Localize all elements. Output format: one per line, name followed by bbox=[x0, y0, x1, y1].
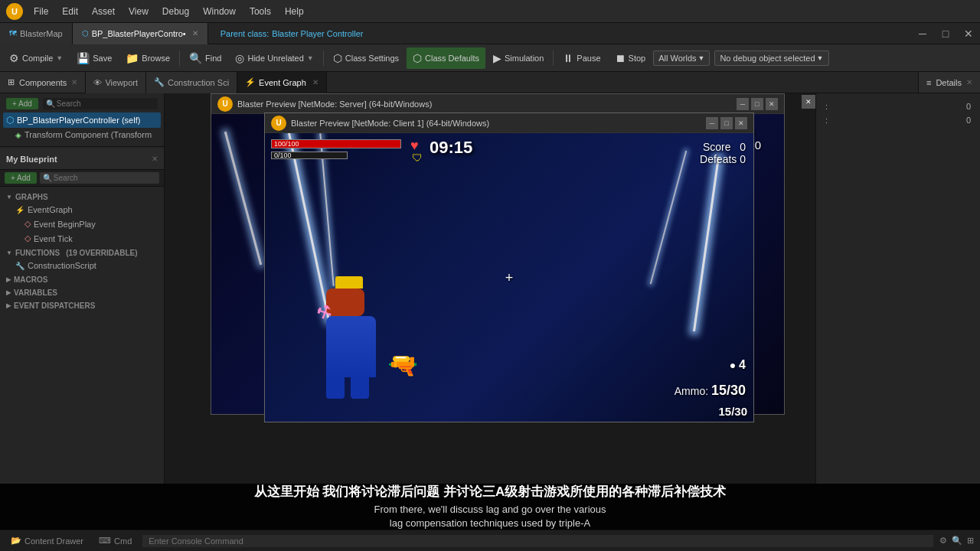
settings-icon[interactable]: ⚙ bbox=[939, 536, 947, 546]
hud-score-area: Score 0 Defeats 0 bbox=[700, 141, 746, 165]
preview-client-window[interactable]: U Blaster Preview [NetMode: Client 1] (6… bbox=[264, 112, 754, 422]
menu-view[interactable]: View bbox=[122, 5, 155, 18]
status-bar: 📂 Content Drawer ⌨ Cmd ⚙ 🔍 ⊞ bbox=[0, 530, 980, 551]
functions-arrow: ▼ bbox=[6, 249, 12, 256]
compile-button[interactable]: ⚙ Compile ▼ bbox=[3, 47, 69, 69]
laser-right-2 bbox=[650, 151, 688, 284]
bp-icon: ⬡ bbox=[6, 115, 14, 126]
viewport-icon: 👁 bbox=[93, 78, 102, 87]
client-minimize[interactable]: ─ bbox=[706, 117, 718, 129]
hide-unrelated-button[interactable]: ◎ Hide Unrelated ▼ bbox=[229, 47, 319, 69]
construction-icon-bp: 🔧 bbox=[15, 262, 24, 270]
server-close[interactable]: ✕ bbox=[766, 98, 778, 110]
event-graph-icon: ⚡ bbox=[245, 77, 256, 87]
client-game-content: 100/100 0/100 ♥ 🛡 09:15 + bbox=[265, 133, 753, 422]
find-button[interactable]: 🔍 Find bbox=[183, 47, 227, 69]
tab-viewport[interactable]: 👁 Viewport bbox=[86, 72, 146, 93]
variables-section[interactable]: ▶ VARIABLES bbox=[3, 285, 161, 298]
event-dispatchers-section[interactable]: ▶ EVENT DISPATCHERS bbox=[3, 298, 161, 311]
bp-search[interactable]: 🔍 bbox=[40, 172, 159, 184]
window-controls: ─ □ ✕ bbox=[911, 23, 980, 44]
simulation-button[interactable]: ▶ Simulation bbox=[487, 47, 550, 69]
menu-window[interactable]: Window bbox=[197, 5, 242, 18]
cmd-button[interactable]: ⌨ Cmd bbox=[94, 534, 136, 547]
menu-asset[interactable]: Asset bbox=[86, 5, 121, 18]
tab-bar: 🗺 BlasterMap ⬡ BP_BlasterPlayerContro• ✕… bbox=[0, 23, 980, 44]
event-graph-close[interactable]: ✕ bbox=[312, 78, 318, 86]
event-beginplay-item[interactable]: ◇ Event BeginPlay bbox=[3, 217, 161, 231]
components-search[interactable]: 🔍 bbox=[43, 98, 158, 109]
class-settings-icon: ⬡ bbox=[333, 52, 342, 64]
menu-edit[interactable]: Edit bbox=[56, 5, 84, 18]
debug-object-dropdown[interactable]: No debug object selected ▼ bbox=[714, 51, 828, 66]
components-icon: ⊞ bbox=[8, 77, 15, 87]
menu-help[interactable]: Help bbox=[279, 5, 310, 18]
character-model bbox=[326, 276, 376, 399]
tab-blastermap[interactable]: 🗺 BlasterMap bbox=[0, 23, 73, 44]
save-icon: 💾 bbox=[77, 52, 90, 64]
secondary-tab-row: ⊞ Components ✕ 👁 Viewport 🔧 Construction… bbox=[0, 72, 980, 93]
console-input[interactable] bbox=[142, 535, 933, 547]
layers-icon[interactable]: ⊞ bbox=[967, 536, 974, 546]
left-panel: + Add 🔍 ⬡ BP_BlasterPlayerController (se… bbox=[0, 93, 165, 484]
grenade-count: 4 bbox=[739, 358, 746, 372]
graphs-section[interactable]: ▼ GRAPHS bbox=[3, 190, 161, 203]
tab-close-bp[interactable]: ✕ bbox=[192, 29, 198, 37]
stop-button[interactable]: ⏹ Stop bbox=[609, 47, 652, 69]
menu-tools[interactable]: Tools bbox=[243, 5, 277, 18]
construction-script-item[interactable]: 🔧 ConstructionScript bbox=[3, 259, 161, 272]
content-drawer-icon: 📂 bbox=[11, 536, 21, 546]
search-status-icon[interactable]: 🔍 bbox=[952, 536, 962, 546]
add-bp-button[interactable]: + Add bbox=[5, 172, 37, 184]
functions-section[interactable]: ▼ FUNCTIONS (19 OVERRIDABLE) bbox=[3, 246, 161, 259]
server-maximize[interactable]: □ bbox=[751, 98, 763, 110]
server-minimize[interactable]: ─ bbox=[737, 98, 749, 110]
all-worlds-dropdown[interactable]: All Worlds ▼ bbox=[653, 51, 710, 66]
comp-icon: ◈ bbox=[15, 131, 21, 139]
close-button[interactable]: ✕ bbox=[957, 23, 980, 44]
divider-1 bbox=[0, 146, 164, 147]
tab-bp-blasterplayer[interactable]: ⬡ BP_BlasterPlayerContro• ✕ bbox=[73, 23, 208, 44]
tab-event-graph[interactable]: ⚡ Event Graph ✕ bbox=[237, 72, 327, 93]
menu-file[interactable]: File bbox=[28, 5, 54, 18]
client-maximize[interactable]: □ bbox=[720, 117, 733, 129]
class-defaults-button[interactable]: ⬡ Class Defaults bbox=[407, 47, 485, 69]
event-tick-item[interactable]: ◇ Event Tick bbox=[3, 231, 161, 246]
save-button[interactable]: 💾 Save bbox=[70, 47, 118, 69]
ammo-value: 15/30 bbox=[711, 383, 746, 398]
server-title-text: Blaster Preview [NetMode: Server] (64-bi… bbox=[237, 99, 432, 109]
tab-details[interactable]: ≡ Details ✕ bbox=[918, 72, 980, 93]
details-close[interactable]: ✕ bbox=[966, 78, 972, 86]
maximize-button[interactable]: □ bbox=[934, 23, 957, 44]
tab-components[interactable]: ⊞ Components ✕ bbox=[0, 72, 86, 93]
shield-bar-row: 0/100 bbox=[271, 152, 401, 159]
minimize-button[interactable]: ─ bbox=[911, 23, 934, 44]
class-defaults-icon: ⬡ bbox=[413, 52, 422, 64]
add-component-button[interactable]: + Add bbox=[6, 98, 38, 109]
tab-construction-sci[interactable]: 🔧 Construction Sci bbox=[146, 72, 237, 93]
bp-search-input[interactable] bbox=[54, 174, 156, 182]
event-node-icon: ◇ bbox=[24, 219, 31, 229]
graphs-arrow: ▼ bbox=[6, 194, 12, 201]
macros-section[interactable]: ▶ MACROS bbox=[3, 272, 161, 285]
menu-debug[interactable]: Debug bbox=[156, 5, 195, 18]
bp-self-item[interactable]: ⬡ BP_BlasterPlayerController (self) bbox=[3, 112, 161, 128]
my-blueprint-close[interactable]: ✕ bbox=[152, 155, 158, 163]
content-drawer-button[interactable]: 📂 Content Drawer bbox=[6, 534, 88, 547]
components-search-input[interactable] bbox=[57, 99, 155, 108]
extra-close-btn[interactable]: ✕ bbox=[802, 95, 815, 109]
event-tick-icon: ◇ bbox=[24, 233, 31, 243]
server-title-bar: U Blaster Preview [NetMode: Server] (64-… bbox=[211, 94, 784, 114]
transform-item[interactable]: ◈ Transform Component (Transform bbox=[3, 128, 161, 142]
server-title-group: U Blaster Preview [NetMode: Server] (64-… bbox=[217, 96, 432, 112]
client-close[interactable]: ✕ bbox=[735, 117, 747, 129]
find-icon: 🔍 bbox=[189, 52, 202, 64]
pause-button[interactable]: ⏸ Pause bbox=[557, 47, 606, 69]
char-hat bbox=[335, 276, 363, 289]
browse-button[interactable]: 📁 Browse bbox=[119, 47, 176, 69]
unreal-logo-client: U bbox=[271, 116, 286, 131]
eventgraph-item[interactable]: ⚡ EventGraph bbox=[3, 203, 161, 217]
class-settings-button[interactable]: ⬡ Class Settings bbox=[327, 47, 405, 69]
hud-health-container: 100/100 0/100 bbox=[271, 139, 401, 159]
components-close[interactable]: ✕ bbox=[71, 78, 77, 86]
